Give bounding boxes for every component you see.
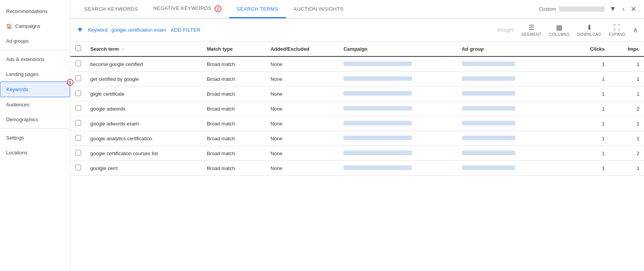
- row-checkbox-2[interactable]: [75, 90, 81, 96]
- adgroup-blurred: [462, 165, 515, 170]
- campaign-cell: [339, 56, 457, 72]
- row-checkbox-3[interactable]: [75, 105, 81, 111]
- sidebar: Recommendations 🏠 Campaigns Ad groups Ad…: [0, 0, 70, 271]
- match-type-cell: Broad match: [202, 101, 266, 116]
- campaign-cell: [339, 72, 457, 87]
- table-row: goolgle cerrt Broad match None 1 1: [70, 161, 644, 176]
- col-clicks[interactable]: Clicks: [573, 42, 609, 56]
- tab-search-keywords[interactable]: Search Keywords: [77, 1, 146, 18]
- row-checkbox-cell[interactable]: [70, 101, 86, 116]
- clicks-cell: 1: [573, 56, 609, 72]
- clicks-cell: 1: [573, 161, 609, 176]
- row-checkbox-6[interactable]: [75, 150, 81, 156]
- row-checkbox-cell[interactable]: [70, 161, 86, 176]
- chevron-down-icon[interactable]: ▼: [608, 4, 618, 14]
- close-icon[interactable]: ✕: [629, 4, 638, 14]
- adgroup-blurred: [462, 76, 515, 81]
- add-filter-button[interactable]: ADD FILTER: [171, 27, 200, 33]
- custom-label: Custom: [539, 6, 556, 12]
- sidebar-item-locations[interactable]: Locations: [0, 145, 70, 160]
- row-checkbox-4[interactable]: [75, 120, 81, 126]
- sidebar-item-ad-groups[interactable]: Ad groups: [0, 34, 70, 48]
- match-type-cell: Broad match: [202, 161, 266, 176]
- tab-search-terms[interactable]: Search Terms: [229, 1, 286, 18]
- campaign-blurred: [343, 106, 412, 111]
- clicks-cell: 1: [573, 72, 609, 87]
- columns-icon: ▦: [556, 23, 562, 32]
- row-checkbox-0[interactable]: [75, 61, 81, 66]
- added-excluded-cell: None: [266, 116, 339, 131]
- search-term-cell: google adwords: [86, 101, 202, 116]
- tab-auction-insights[interactable]: Auction Insights: [286, 1, 351, 18]
- ad-group-cell: [457, 146, 573, 161]
- impr-cell: 1: [609, 87, 644, 101]
- lifesight-label: lifesight: [497, 27, 514, 33]
- match-type-cell: Broad match: [202, 87, 266, 101]
- sidebar-item-recommendations[interactable]: Recommendations: [0, 4, 70, 19]
- row-checkbox-5[interactable]: [75, 135, 81, 141]
- download-icon: ⬇: [586, 23, 592, 32]
- row-checkbox-cell[interactable]: [70, 56, 86, 72]
- clicks-cell: 1: [573, 116, 609, 131]
- impr-cell: 1: [609, 56, 644, 72]
- row-checkbox-cell[interactable]: [70, 87, 86, 101]
- match-type-cell: Broad match: [202, 146, 266, 161]
- sidebar-item-campaigns[interactable]: 🏠 Campaigns: [0, 19, 70, 34]
- main-content: Search Keywords Negative Keywords 2 Sear…: [70, 0, 644, 271]
- search-term-cell: google analytics certification: [86, 131, 202, 146]
- col-search-term[interactable]: Search term ↑: [86, 42, 202, 56]
- ad-group-cell: [457, 131, 573, 146]
- select-all-checkbox[interactable]: [75, 45, 81, 51]
- filter-value: google certification exam: [111, 27, 166, 33]
- ad-group-cell: [457, 101, 573, 116]
- clicks-cell: 1: [573, 101, 609, 116]
- col-match-type[interactable]: Match type: [202, 42, 266, 56]
- columns-button[interactable]: ▦ COLUMNS: [549, 23, 570, 37]
- row-checkbox-1[interactable]: [75, 75, 81, 81]
- table-row: google adwords Broad match None 1 2: [70, 101, 644, 116]
- tab-negative-keywords[interactable]: Negative Keywords 2: [146, 0, 229, 19]
- sidebar-item-label: Ad groups: [6, 38, 29, 44]
- download-button[interactable]: ⬇ DOWNLOAD: [577, 23, 601, 37]
- sidebar-item-label: Demographics: [6, 117, 38, 122]
- row-checkbox-cell[interactable]: [70, 116, 86, 131]
- sidebar-item-landing-pages[interactable]: Landing pages: [0, 67, 70, 82]
- col-ad-group[interactable]: Ad group: [457, 42, 573, 56]
- ad-group-cell: [457, 87, 573, 101]
- sidebar-item-keywords[interactable]: Keywords 1: [0, 82, 70, 97]
- sidebar-item-demographics[interactable]: Demographics: [0, 112, 70, 127]
- table-header-row: Search term ↑ Match type Added/Excluded …: [70, 42, 644, 56]
- match-type-cell: Broad match: [202, 131, 266, 146]
- campaign-cell: [339, 101, 457, 116]
- table-row: giigle certificate Broad match None 1 1: [70, 87, 644, 101]
- sidebar-item-audiences[interactable]: Audiences: [0, 97, 70, 112]
- clicks-cell: 1: [573, 131, 609, 146]
- campaign-blurred: [343, 165, 412, 170]
- collapse-icon[interactable]: ∧: [633, 26, 638, 34]
- row-checkbox-cell[interactable]: [70, 146, 86, 161]
- sidebar-item-label: Recommendations: [6, 8, 47, 14]
- added-excluded-cell: None: [266, 72, 339, 87]
- filter-bar: ▼ Keyword: google certification exam ADD…: [70, 19, 644, 42]
- sort-icon: ↑: [122, 47, 124, 51]
- col-added-excluded[interactable]: Added/Excluded: [266, 42, 339, 56]
- segment-button[interactable]: ☰ SEGMENT: [521, 23, 541, 37]
- ad-group-cell: [457, 72, 573, 87]
- col-campaign[interactable]: Campaign: [339, 42, 457, 56]
- row-checkbox-cell[interactable]: [70, 131, 86, 146]
- sidebar-item-label: Settings: [6, 135, 24, 141]
- campaign-cell: [339, 161, 457, 176]
- sidebar-item-settings[interactable]: Settings: [0, 130, 70, 145]
- back-icon[interactable]: ‹: [621, 4, 626, 14]
- added-excluded-cell: None: [266, 161, 339, 176]
- col-impr[interactable]: Impr.: [609, 42, 644, 56]
- table-row: google analytics certification Broad mat…: [70, 131, 644, 146]
- expand-button[interactable]: ⛶ EXPAND: [609, 24, 625, 37]
- ad-group-cell: [457, 161, 573, 176]
- select-all-cell[interactable]: [70, 42, 86, 56]
- row-checkbox-7[interactable]: [75, 165, 81, 170]
- impr-cell: 2: [609, 101, 644, 116]
- table-body: become google certified Broad match None…: [70, 56, 644, 176]
- sidebar-item-ads-extensions[interactable]: Ads & extensions: [0, 52, 70, 67]
- added-excluded-cell: None: [266, 87, 339, 101]
